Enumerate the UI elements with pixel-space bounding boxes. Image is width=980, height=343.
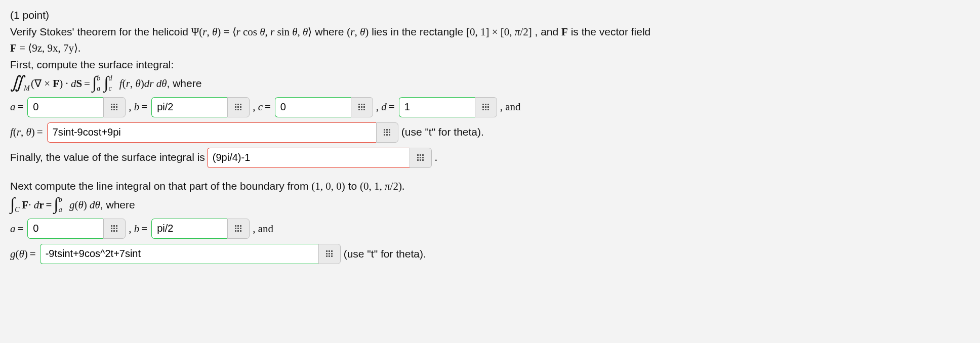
label-b: b — [134, 99, 140, 115]
where-text: , where — [167, 75, 201, 92]
to-text: to — [348, 180, 360, 192]
prompt-text: is the vector field — [571, 26, 651, 37]
keypad-icon — [235, 225, 242, 232]
surface-integral-eq: ∬M (∇ × F) · dS = ∫ab ∫cd f(r, θ)dr dθ, … — [10, 74, 970, 93]
label-a: a — [10, 99, 16, 115]
double-integral-icon: ∬M — [10, 74, 24, 93]
next-instruction: Next compute the line integral on that p… — [10, 178, 970, 195]
input-surface-value[interactable] — [207, 148, 410, 168]
input-f[interactable] — [47, 122, 376, 143]
keypad-icon — [358, 104, 365, 111]
keypad-icon — [384, 129, 391, 136]
input-a[interactable] — [27, 97, 103, 117]
integral-icon: ∫ab — [54, 195, 58, 215]
input-d[interactable] — [399, 97, 475, 117]
integrand-row: f(r, θ)= (use "t" for theta). — [10, 121, 970, 144]
equation-editor-button[interactable] — [318, 244, 341, 264]
input-line-a[interactable] — [27, 219, 103, 239]
final-line-text: Finally, the value of the surface integr… — [10, 149, 205, 166]
domain-rect: [0, 1] × [0, π/2] — [466, 26, 532, 38]
problem-statement: Verify Stokes' theorem for the helicoid … — [10, 24, 970, 57]
points-line: (1 point) — [10, 7, 970, 24]
theta-note: (use "t" for theta). — [344, 246, 426, 263]
label-b: b — [134, 221, 140, 237]
first-instruction: First, compute the surface integral: — [10, 57, 970, 73]
where-text: , where — [100, 197, 135, 213]
keypad-icon — [326, 250, 333, 258]
input-c[interactable] — [275, 97, 351, 117]
vecF: F — [561, 26, 568, 38]
integral-icon: ∫cd — [104, 74, 108, 93]
integral-icon: ∫ab — [92, 74, 97, 93]
limits-row: a= , b= , c= , d= , and — [10, 96, 970, 118]
prompt-text: lies in the rectangle — [372, 26, 466, 37]
psi-def: Ψ(r, θ) = ⟨r cos θ, r sin θ, θ⟩ — [191, 26, 312, 38]
period: . — [435, 149, 437, 166]
and-text: , and — [500, 99, 521, 115]
label-c: c — [258, 99, 263, 115]
equation-editor-button[interactable] — [103, 219, 126, 239]
keypad-icon — [235, 104, 242, 111]
line-limits-row: a= , b= , and — [10, 218, 970, 240]
integral-icon: ∫C — [10, 195, 15, 215]
theta-note: (use "t" for theta). — [401, 124, 484, 141]
prompt-text: where — [315, 26, 347, 37]
input-line-b[interactable] — [151, 219, 227, 239]
comma: , — [129, 221, 134, 237]
equation-editor-button[interactable] — [376, 122, 398, 143]
keypad-icon — [482, 104, 489, 111]
next-text: Next compute the line integral on that p… — [10, 180, 311, 192]
comma: , — [253, 99, 258, 115]
value-row: Finally, the value of the surface integr… — [10, 147, 970, 169]
prompt-text: , and — [535, 26, 561, 37]
vecF: F — [10, 42, 17, 54]
comma: , — [129, 99, 134, 115]
equation-editor-button[interactable] — [410, 148, 432, 168]
label-g: g — [10, 246, 16, 263]
and-text: , and — [253, 221, 273, 237]
prompt-text: Verify Stokes' theorem for the helicoid — [10, 26, 191, 37]
input-b[interactable] — [151, 97, 227, 117]
equation-editor-button[interactable] — [227, 219, 250, 239]
line-integrand-row: g(θ)= (use "t" for theta). — [10, 243, 970, 265]
equation-editor-button[interactable] — [351, 97, 373, 117]
line-integral-eq: ∫C F · dr = ∫ab g(θ) dθ, where — [10, 195, 970, 215]
label-a: a — [10, 221, 16, 237]
domain-var: (r, θ) — [347, 26, 369, 38]
point-1: (1, 0, 0) — [311, 180, 345, 192]
equation-editor-button[interactable] — [103, 97, 126, 117]
comma: , — [376, 99, 382, 115]
input-g[interactable] — [40, 244, 318, 264]
equation-editor-button[interactable] — [227, 97, 250, 117]
equation-editor-button[interactable] — [475, 97, 497, 117]
keypad-icon — [111, 104, 118, 111]
point-2: (0, 1, π/2). — [360, 180, 404, 192]
keypad-icon — [417, 154, 424, 161]
F-def: = ⟨9z, 9x, 7y⟩. — [17, 42, 80, 54]
keypad-icon — [111, 225, 118, 232]
label-d: d — [381, 99, 387, 115]
